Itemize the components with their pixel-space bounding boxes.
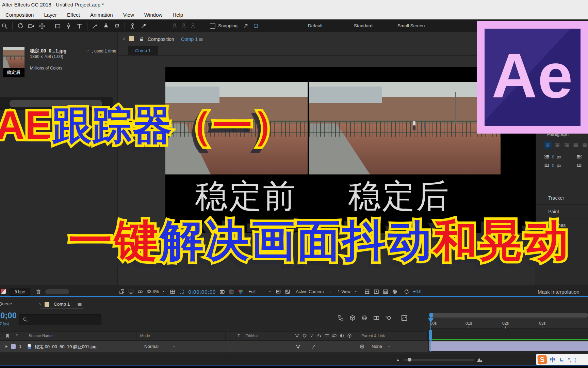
- rotation-tool-icon[interactable]: [17, 23, 23, 29]
- type-tool-icon[interactable]: [76, 23, 83, 29]
- menu-effect[interactable]: Effect: [67, 12, 80, 18]
- zoom-out-mountain-icon[interactable]: [396, 357, 401, 362]
- pin-tool-icon[interactable]: [140, 23, 147, 29]
- grid-options-icon[interactable]: [170, 289, 175, 294]
- motion-blur-switch-icon[interactable]: [332, 333, 337, 338]
- align-center-button[interactable]: [553, 141, 561, 149]
- project-footer-pill[interactable]: [45, 289, 69, 294]
- navigator-start-handle[interactable]: [429, 313, 433, 318]
- menu-animation[interactable]: Animation: [90, 12, 113, 18]
- footage-name[interactable]: 稳定.00_0...1.jpg: [30, 48, 66, 54]
- region-of-interest-icon[interactable]: [179, 289, 184, 294]
- shy-switch-icon[interactable]: [302, 333, 307, 338]
- puppet-tool-icon[interactable]: [129, 23, 136, 29]
- mask-interpolation-panel-label[interactable]: Mask Interpolation: [538, 289, 579, 295]
- view-layout-chevron-icon[interactable]: [354, 290, 358, 294]
- indent-right-value[interactable]: 0: [552, 163, 554, 168]
- playhead-grip[interactable]: [429, 330, 432, 341]
- motion-blur-icon[interactable]: [385, 315, 391, 321]
- align-right-button[interactable]: [562, 141, 570, 149]
- menu-layer[interactable]: Layer: [44, 12, 57, 18]
- menu-view[interactable]: View: [123, 12, 134, 18]
- project-flowchart-icon[interactable]: [1, 289, 6, 294]
- align-justify-last-button[interactable]: [581, 141, 588, 149]
- eraser-tool-icon[interactable]: [114, 23, 120, 29]
- layer-expander-icon[interactable]: [4, 344, 9, 349]
- mask-feather-tool-icon[interactable]: [181, 23, 186, 28]
- exposure-value[interactable]: +0.0: [413, 289, 422, 294]
- mask-edge-tool-icon[interactable]: [190, 23, 196, 28]
- mask-tool-icon[interactable]: [172, 23, 177, 28]
- transparency-grid-icon[interactable]: [285, 289, 290, 294]
- trkmat-column-header[interactable]: TrkMat: [246, 334, 258, 338]
- align-left-button[interactable]: [544, 141, 552, 149]
- brush-tool-icon[interactable]: [92, 23, 98, 29]
- timeline-comp-tab-label[interactable]: Comp 1: [54, 302, 70, 307]
- adjustment-layer-switch-icon[interactable]: [340, 333, 344, 338]
- menu-help[interactable]: Help: [173, 12, 183, 18]
- layer-parent-value[interactable]: None: [372, 344, 382, 349]
- render-queue-tab[interactable]: Render Queue: [0, 301, 20, 307]
- threed-switch-icon[interactable]: [347, 333, 352, 338]
- trkmat-chevron-icon[interactable]: [229, 345, 232, 349]
- layer-mode-chevron-icon[interactable]: [172, 345, 176, 349]
- footage-name-chevron-icon[interactable]: [86, 49, 89, 53]
- magnification-chevron-icon[interactable]: [162, 290, 166, 294]
- collapse-switch-icon[interactable]: [295, 333, 299, 338]
- zoom-in-mountain-icon[interactable]: [476, 356, 483, 363]
- clone-stamp-tool-icon[interactable]: [103, 23, 109, 29]
- timeline-zoom-track[interactable]: [404, 359, 474, 361]
- time-navigator[interactable]: [429, 313, 588, 318]
- current-time-display[interactable]: 0;00;00;00: [0, 311, 16, 320]
- indent-left-value[interactable]: 0: [552, 155, 554, 159]
- layer-duration-bar[interactable]: [429, 341, 588, 351]
- moon-icon[interactable]: [559, 356, 565, 363]
- comp-viewer-tab[interactable]: Comp 1: [128, 46, 158, 55]
- resolution-value[interactable]: Full: [248, 289, 255, 294]
- menu-window[interactable]: Window: [144, 12, 162, 18]
- adjust-exposure-icon[interactable]: [374, 289, 379, 294]
- primary-viewer-icon[interactable]: [128, 289, 134, 294]
- pan-behind-tool-icon[interactable]: [39, 23, 45, 29]
- layer-row[interactable]: 1 稳定.00_00_50_19.静止001.jpg Normal None: [0, 341, 428, 352]
- pen-tool-icon[interactable]: [65, 23, 72, 29]
- frame-blend-icon[interactable]: [373, 315, 379, 321]
- mode-column-header[interactable]: Mode: [140, 334, 150, 338]
- ime-punct-toggle[interactable]: °,: [568, 357, 571, 363]
- layer-rasterize-icon[interactable]: [311, 344, 316, 349]
- trash-icon[interactable]: [35, 289, 42, 295]
- ime-lang-toggle[interactable]: 中: [550, 356, 556, 364]
- timeline-zoom-handle[interactable]: [408, 358, 411, 362]
- fast-previews-icon[interactable]: [392, 289, 397, 294]
- lock-icon[interactable]: [139, 36, 144, 42]
- panel-close-icon[interactable]: [122, 37, 126, 41]
- parent-link-column-header[interactable]: Parent & Link: [361, 334, 385, 338]
- parent-pickwhip-icon[interactable]: [359, 344, 365, 349]
- snapping-checkbox[interactable]: [210, 23, 215, 29]
- camera-tool-icon[interactable]: [28, 23, 34, 29]
- channel-goggles-icon[interactable]: [137, 289, 143, 294]
- parent-chevron-icon[interactable]: [387, 345, 391, 349]
- always-preview-icon[interactable]: [119, 289, 125, 294]
- bit-depth-button[interactable]: 8 bpc: [10, 288, 30, 296]
- t-column-header[interactable]: T: [238, 334, 240, 338]
- shape-tool-icon[interactable]: [54, 23, 61, 29]
- snap-marquee-icon[interactable]: [253, 23, 259, 29]
- view-layout-value[interactable]: 1 View: [338, 289, 350, 294]
- quality-switch-icon[interactable]: [310, 333, 314, 338]
- timeline-search-box[interactable]: [19, 314, 101, 325]
- timeline-tab-close-icon[interactable]: [38, 302, 42, 306]
- frame-blend-switch-icon[interactable]: [325, 333, 329, 338]
- roi-toggle-icon[interactable]: [276, 289, 281, 294]
- shy-layers-icon[interactable]: [361, 315, 368, 321]
- graph-editor-icon[interactable]: [401, 315, 407, 321]
- index-column-header[interactable]: #: [16, 334, 18, 338]
- resolution-chevron-icon[interactable]: [268, 290, 272, 294]
- workspace-standard[interactable]: Standard: [354, 23, 373, 28]
- footage-thumbnail[interactable]: 稳定后: [3, 47, 24, 77]
- show-snapshot-icon[interactable]: [229, 289, 234, 294]
- sogou-logo[interactable]: S: [537, 355, 547, 365]
- view-mode-value[interactable]: Active Camera: [296, 289, 324, 294]
- layer-quality-icon[interactable]: [295, 344, 301, 349]
- align-justify-button[interactable]: [572, 141, 579, 149]
